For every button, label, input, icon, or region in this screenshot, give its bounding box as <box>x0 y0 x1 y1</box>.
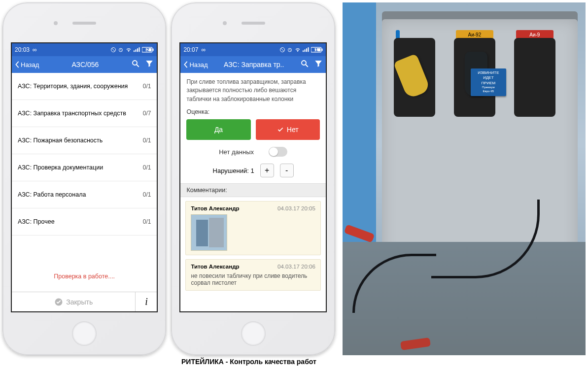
wifi-icon <box>294 47 301 53</box>
svg-rect-7 <box>153 49 154 51</box>
checklist-item[interactable]: АЗС: Проверка документации0/1 <box>12 154 157 181</box>
screen-2: 20:07 ∞ 61 Назад АЗС: Заправка тр.. <box>179 42 326 312</box>
svg-point-9 <box>133 61 137 65</box>
increment-button[interactable]: + <box>260 164 274 177</box>
comment-author: Титов Александр <box>191 264 239 269</box>
svg-rect-14 <box>304 49 305 52</box>
svg-rect-13 <box>303 50 304 52</box>
item-label: АЗС: Работа персонала <box>18 191 86 198</box>
svg-rect-16 <box>308 47 309 52</box>
question-content: При сливе топлива заправщиком, заправка … <box>180 73 325 311</box>
violations-label: Нарушений: 1 <box>213 167 254 174</box>
decrement-button[interactable]: - <box>280 164 294 177</box>
nav-bar: Назад АЗС: Заправка тр.. <box>180 56 325 73</box>
no-button[interactable]: Нет <box>256 119 320 140</box>
item-count: 0/1 <box>143 191 151 198</box>
checklist-item[interactable]: АЗС: Заправка транспортных средств0/7 <box>12 100 157 127</box>
svg-rect-2 <box>134 50 135 52</box>
info-button[interactable]: i <box>135 292 157 311</box>
item-label: АЗС: Заправка транспортных средств <box>18 110 126 117</box>
question-text: При сливе топлива заправщиком, заправка … <box>180 73 325 107</box>
nodata-label: Нет данных <box>219 148 254 156</box>
item-label: АЗС: Проверка документации <box>18 164 103 171</box>
phone-frame-1: 20:03 ∞ 62 Назад АЗС/056 <box>2 2 166 355</box>
item-count: 0/7 <box>143 110 151 117</box>
apology-sign: ИЗВИНИТЕ ИДЕТ ПРИЕМ Премиум Евро-95 <box>471 68 506 96</box>
work-status-text: Проверка в работе.... <box>12 273 157 280</box>
close-label: Закрыть <box>66 298 93 306</box>
item-count: 0/1 <box>143 137 151 144</box>
camera-dot <box>223 21 227 25</box>
bottom-bar: Закрыть i <box>12 292 157 311</box>
nav-title: АЗС: Заправка тр.. <box>210 61 298 68</box>
item-label: АЗС: Пожарная безопасность <box>18 137 103 144</box>
alarm-icon <box>287 47 293 53</box>
signal-icon <box>303 47 310 53</box>
item-label: АЗС: Территория, здания, сооружения <box>18 83 128 90</box>
close-button[interactable]: Закрыть <box>12 298 135 306</box>
comment-date: 04.03.17 20:05 <box>277 205 315 211</box>
checklist-item[interactable]: АЗС: Пожарная безопасность0/1 <box>12 127 157 154</box>
comment-author: Титов Александр <box>191 205 239 211</box>
comment-text: не повесили табличку при сливе водитель … <box>191 272 315 286</box>
item-count: 0/1 <box>143 218 151 225</box>
checklist-item[interactable]: АЗС: Территория, здания, сооружения0/1 <box>12 73 157 100</box>
infinity-icon: ∞ <box>201 46 206 53</box>
chevron-left-icon <box>183 61 188 68</box>
svg-rect-15 <box>306 48 307 52</box>
status-time: 20:07 <box>183 46 198 53</box>
svg-point-20 <box>302 61 306 65</box>
pump-photo: Аи-92 Аи-9 ИЗВИНИТЕ ИДЕТ ПРИЕМ Премиум Е… <box>343 2 586 355</box>
item-count: 0/1 <box>143 83 151 90</box>
filter-icon[interactable] <box>145 59 154 70</box>
dnd-icon <box>110 47 116 53</box>
comment-thumbnail[interactable] <box>191 214 227 251</box>
wifi-icon <box>125 47 132 53</box>
comment-card[interactable]: Титов Александр04.03.17 20:05 <box>185 201 320 255</box>
yes-button[interactable]: Да <box>186 119 250 140</box>
back-button[interactable]: Назад <box>15 61 39 68</box>
nodata-toggle[interactable] <box>269 147 287 157</box>
phone-frame-2: 20:07 ∞ 61 Назад АЗС: Заправка тр.. <box>171 2 335 355</box>
svg-rect-4 <box>137 48 138 52</box>
check-circle-icon <box>54 298 63 306</box>
back-button[interactable]: Назад <box>183 61 208 68</box>
alarm-icon <box>118 47 124 53</box>
item-count: 0/1 <box>143 164 151 171</box>
status-time: 20:03 <box>15 46 30 53</box>
screen-1: 20:03 ∞ 62 Назад АЗС/056 <box>11 42 158 312</box>
comment-date: 04.03.17 20:06 <box>277 264 315 269</box>
status-bar: 20:03 ∞ 62 <box>12 43 157 56</box>
checklist-item[interactable]: АЗС: Работа персонала0/1 <box>12 181 157 208</box>
item-label: АЗС: Прочее <box>18 218 55 225</box>
yes-label: Да <box>214 126 223 134</box>
chevron-left-icon <box>15 61 20 68</box>
image-caption: РИТЕЙЛИКА - Контроль качества работ <box>181 358 339 366</box>
battery-percent: 61 <box>313 47 318 52</box>
infinity-icon: ∞ <box>33 46 37 53</box>
earpiece <box>242 22 265 25</box>
earpiece <box>72 22 96 25</box>
checklist-item[interactable]: АЗС: Прочее0/1 <box>12 208 157 235</box>
no-label: Нет <box>287 126 299 134</box>
status-bar: 20:07 ∞ 61 <box>180 43 325 56</box>
search-icon[interactable] <box>300 59 309 70</box>
nav-bar: Назад АЗС/056 <box>12 56 157 73</box>
dnd-icon <box>279 47 285 53</box>
search-icon[interactable] <box>131 59 140 70</box>
svg-rect-18 <box>321 49 322 51</box>
check-icon <box>277 126 284 133</box>
svg-rect-5 <box>139 47 140 52</box>
home-button[interactable] <box>72 321 97 346</box>
svg-rect-3 <box>136 49 137 52</box>
battery-percent: 62 <box>144 47 149 52</box>
nav-title: АЗС/056 <box>41 61 129 68</box>
rating-label: Оценка: <box>180 107 325 119</box>
filter-icon[interactable] <box>314 59 323 70</box>
comment-card[interactable]: Титов Александр04.03.17 20:06не повесили… <box>185 259 320 291</box>
signal-icon <box>134 47 140 53</box>
home-button[interactable] <box>241 321 266 346</box>
camera-dot <box>54 21 58 25</box>
comments-header: Комментарии: <box>180 183 325 197</box>
checklist-content: АЗС: Территория, здания, сооружения0/1АЗ… <box>12 73 157 311</box>
